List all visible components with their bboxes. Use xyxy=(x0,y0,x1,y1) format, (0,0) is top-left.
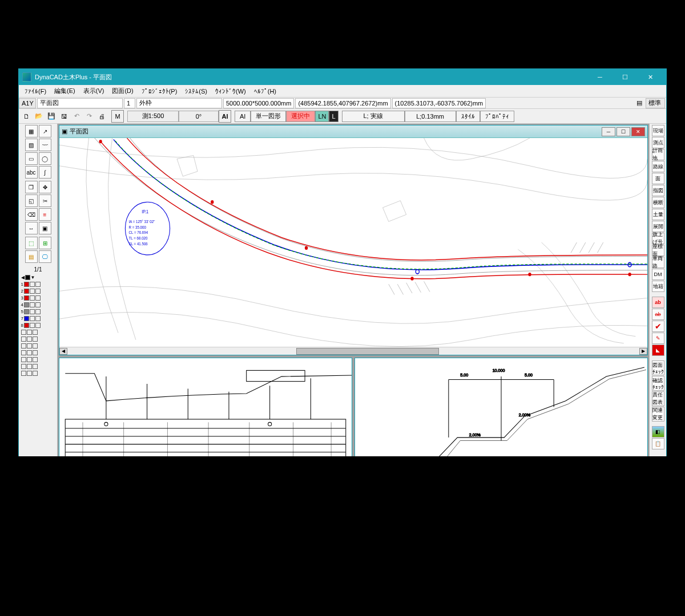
style-button[interactable]: ｽﾀｲﾙ xyxy=(456,111,480,122)
check-icon[interactable]: ✔ xyxy=(652,321,664,332)
triangle-icon[interactable]: ◣ xyxy=(652,345,664,356)
curve-icon[interactable]: ∫ xyxy=(39,166,51,179)
menu-view[interactable]: 表示(V) xyxy=(80,86,108,96)
menu-system[interactable]: ｼｽﾃﾑ(S) xyxy=(182,87,211,96)
rbtn-rosen[interactable]: 路線 xyxy=(652,161,664,172)
layer-row[interactable] xyxy=(21,349,55,356)
layer-row[interactable]: 3 xyxy=(21,294,55,301)
layer-row[interactable] xyxy=(21,342,55,349)
l-tag[interactable]: L xyxy=(329,111,338,122)
menu-drawing[interactable]: 図面(D) xyxy=(108,86,136,96)
rbtn-dm[interactable]: DM xyxy=(652,269,664,280)
cross-section-canvas[interactable]: 5.005.0010.000 2.00%2.00% xyxy=(355,358,647,456)
menu-file[interactable]: ﾌｧｲﾙ(F) xyxy=(21,87,50,96)
block-icon[interactable]: ▣ xyxy=(39,222,51,234)
rbtn-sekinin[interactable]: 責任図表 xyxy=(652,391,664,406)
layer-row[interactable]: 5 xyxy=(21,308,55,315)
rbtn-zumencheck[interactable]: 図面ﾁｪｯｸ xyxy=(652,360,664,375)
rbtn-kakunincheck[interactable]: 確認ﾁｪｯｸ xyxy=(652,376,664,391)
ai-button[interactable]: AI xyxy=(219,110,231,123)
erase-icon[interactable]: ◱ xyxy=(25,194,38,207)
rbtn-oudan[interactable]: 横断 xyxy=(652,197,664,208)
save2-icon[interactable]: 🖫 xyxy=(58,110,70,123)
dim-icon[interactable]: ↔ xyxy=(25,222,38,234)
save-icon[interactable]: 💾 xyxy=(45,110,58,123)
lineweight-button[interactable]: L;0.13mm xyxy=(405,111,456,122)
standard-label[interactable]: 標準 xyxy=(646,98,665,108)
angle-field[interactable]: 0° xyxy=(179,111,219,122)
rbtn-kanren[interactable]: 関連変更 xyxy=(652,407,664,422)
rbtn-sashizu[interactable]: 指図 xyxy=(652,185,664,196)
layer-row[interactable]: 7 xyxy=(21,315,55,322)
rbtn-chiseki[interactable]: 地籍 xyxy=(652,281,664,292)
move-icon[interactable]: ✥ xyxy=(39,181,51,193)
rect-icon[interactable]: ▭ xyxy=(25,152,38,165)
linetype-button[interactable]: L; 実線 xyxy=(342,111,405,122)
text-icon[interactable]: abc xyxy=(25,166,38,179)
plan-view-titlebar[interactable]: ▣ 平面図 ─ ☐ ✕ xyxy=(59,125,647,138)
rbtn-doryou[interactable]: 土量 xyxy=(652,209,664,220)
layer-row[interactable]: 8 xyxy=(21,322,55,329)
layer-row[interactable] xyxy=(21,329,55,335)
open-icon[interactable]: 📂 xyxy=(33,110,45,123)
layer-row[interactable] xyxy=(21,370,55,376)
menu-help[interactable]: ﾍﾙﾌﾟ(H) xyxy=(251,87,280,96)
rbtn-tenkai[interactable]: 展開 xyxy=(652,221,664,232)
rbtn-keikaku[interactable]: 計画地 xyxy=(652,149,664,160)
sub-close-button[interactable]: ✕ xyxy=(631,127,645,136)
rbtn-men[interactable]: 面 xyxy=(652,173,664,184)
polyline-icon[interactable]: 〰 xyxy=(39,139,51,151)
minimize-button[interactable]: ─ xyxy=(587,69,613,85)
redo-icon[interactable]: ↷ xyxy=(83,110,95,123)
plan-drawing-canvas[interactable]: IP.1 IA = 125° 33' 02" R = 35.000 CL = 7… xyxy=(59,138,647,347)
layer-row[interactable] xyxy=(21,363,55,370)
erase2-icon[interactable]: ⌫ xyxy=(25,208,38,221)
line-icon[interactable]: ↗ xyxy=(39,125,51,137)
grid-icon[interactable]: ▦ xyxy=(25,125,38,137)
rbtn-ab1[interactable]: ab xyxy=(652,297,664,308)
menu-edit[interactable]: 編集(E) xyxy=(51,86,79,96)
rbtn-sokuten[interactable]: 測点 xyxy=(652,137,664,148)
layer-icon[interactable]: ▤ xyxy=(25,250,38,263)
scroll-right-icon[interactable]: ▶ xyxy=(639,348,647,355)
menu-project[interactable]: ﾌﾟﾛｼﾞｪｸﾄ(P) xyxy=(138,87,181,96)
circle-icon[interactable]: ◯ xyxy=(39,152,51,165)
scale-field[interactable]: 測1:500 xyxy=(127,111,179,122)
close-button[interactable]: ✕ xyxy=(638,69,663,85)
layer-row[interactable]: 4 xyxy=(21,301,55,308)
property-button[interactable]: ﾌﾟﾛﾊﾟﾃｨ xyxy=(480,111,514,122)
new-icon[interactable]: 🗋 xyxy=(20,110,33,123)
monitor-icon[interactable]: 🖵 xyxy=(39,250,51,263)
zoom-icon[interactable]: ⬚ xyxy=(25,237,38,249)
layer-row[interactable]: 2 xyxy=(21,287,55,294)
scroll-thumb[interactable] xyxy=(296,348,440,355)
ai2-button[interactable]: AI xyxy=(235,111,251,122)
bars-icon[interactable]: ≡ xyxy=(39,208,51,221)
rbtn-ab2[interactable]: ab xyxy=(652,309,664,320)
copy-icon[interactable]: ❐ xyxy=(25,181,38,193)
m-button[interactable]: M xyxy=(111,110,124,123)
list-icon[interactable]: ▤ xyxy=(633,97,646,110)
plan-h-scrollbar[interactable]: ◀ ▶ xyxy=(59,347,647,355)
layer-row[interactable] xyxy=(21,335,55,342)
profile-drawing-canvas[interactable] xyxy=(59,358,352,456)
sub-minimize-button[interactable]: ─ xyxy=(602,127,615,136)
maximize-button[interactable]: ☐ xyxy=(613,69,638,85)
rbtn-hataage[interactable]: 旗上げ号 xyxy=(652,233,664,244)
ln-tag[interactable]: LN xyxy=(315,111,329,122)
layer-row[interactable]: 1 xyxy=(21,281,55,287)
scroll-left-icon[interactable]: ◀ xyxy=(59,348,67,355)
palette-icon[interactable]: ◧ xyxy=(652,426,664,437)
rbtn-sharyou[interactable]: 車両路 xyxy=(652,257,664,268)
trim-icon[interactable]: ✂ xyxy=(39,194,51,207)
pen-icon[interactable]: ✎ xyxy=(652,333,664,344)
menu-window[interactable]: ｳｨﾝﾄﾞｳ(W) xyxy=(212,87,249,96)
rbtn-zahyo[interactable]: 座標面 xyxy=(652,245,664,256)
layer-row[interactable] xyxy=(21,356,55,363)
zoomall-icon[interactable]: ⊞ xyxy=(39,237,51,249)
print-icon[interactable]: 🖨 xyxy=(95,110,108,123)
hatch-icon[interactable]: ▨ xyxy=(25,139,38,151)
selecting-indicator[interactable]: 選択中 xyxy=(286,111,315,122)
single-shape-button[interactable]: 単一図形 xyxy=(251,111,286,122)
sub-maximize-button[interactable]: ☐ xyxy=(616,127,630,136)
